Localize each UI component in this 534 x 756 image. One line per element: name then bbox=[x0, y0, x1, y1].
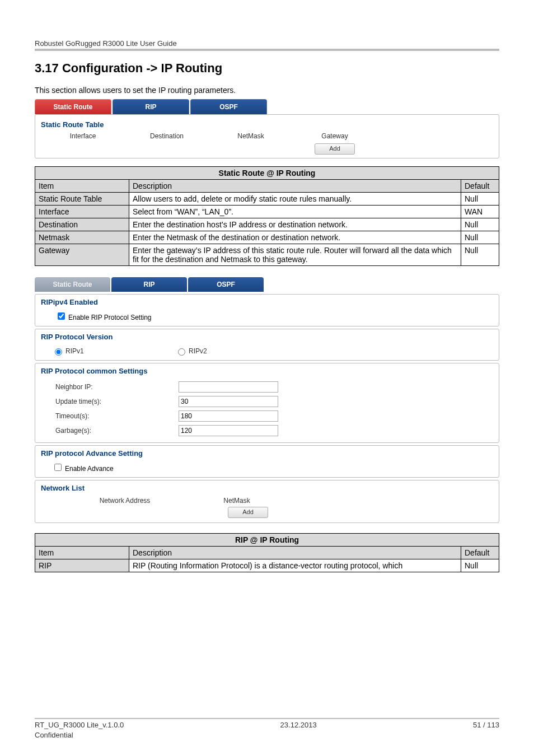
page-header: Robustel GoRugged R3000 Lite User Guide bbox=[35, 39, 499, 51]
tab-rip[interactable]: RIP bbox=[113, 99, 189, 114]
rip-advance-title: RIP protocol Advance Setting bbox=[35, 446, 499, 461]
th-item: Item bbox=[35, 547, 129, 559]
footer-right: 51 / 113 bbox=[473, 721, 499, 729]
tab-static-route[interactable]: Static Route bbox=[35, 99, 111, 114]
td-def: WAN bbox=[461, 206, 499, 218]
col-netmask: NetMask bbox=[181, 497, 293, 505]
table-caption: RIP @ IP Routing bbox=[35, 534, 499, 547]
enable-rip-text: Enable RIP Protocol Setting bbox=[68, 314, 152, 321]
enable-advance-label[interactable]: Enable Advance bbox=[52, 465, 114, 473]
static-route-desc-table: Static Route @ IP Routing Item Descripti… bbox=[35, 166, 499, 266]
rip-desc-table: RIP @ IP Routing Item Description Defaul… bbox=[35, 533, 499, 572]
col-netmask: NetMask bbox=[209, 132, 293, 140]
td-desc: Select from “WAN”, “LAN_0”. bbox=[129, 206, 461, 218]
td-def: Null bbox=[461, 244, 499, 266]
th-item: Item bbox=[35, 180, 129, 193]
td-item: Destination bbox=[35, 218, 129, 231]
ripv2-radio-label[interactable]: RIPv2 bbox=[175, 347, 298, 356]
enable-rip-checkbox-label[interactable]: Enable RIP Protocol Setting bbox=[55, 314, 152, 321]
garbage-label: Garbage(s): bbox=[55, 427, 179, 435]
td-desc: Allow users to add, delete or modify sta… bbox=[129, 193, 461, 206]
intro-text: This section allows users to set the IP … bbox=[35, 86, 499, 95]
update-time-label: Update time(s): bbox=[55, 398, 179, 405]
th-description: Description bbox=[129, 180, 461, 193]
td-item: Interface bbox=[35, 206, 129, 218]
tab-ospf[interactable]: OSPF bbox=[188, 277, 264, 292]
add-button[interactable]: Add bbox=[315, 143, 355, 155]
footer-center: 23.12.2013 bbox=[280, 721, 317, 729]
page-footer: RT_UG_R3000 Lite_v.1.0.0 23.12.2013 51 /… bbox=[35, 718, 499, 729]
ripv4-enabled-title: RIPipv4 Enabled bbox=[35, 295, 499, 310]
td-def: Null bbox=[461, 559, 499, 572]
table-caption: Static Route @ IP Routing bbox=[35, 167, 499, 180]
netlist-add-button[interactable]: Add bbox=[228, 507, 268, 518]
td-item: Netmask bbox=[35, 231, 129, 244]
th-default: Default bbox=[461, 547, 499, 559]
td-desc: RIP (Routing Information Protocol) is a … bbox=[129, 559, 461, 572]
tab-static-route[interactable]: Static Route bbox=[35, 277, 110, 292]
td-desc: Enter the gateway’s IP address of this s… bbox=[129, 244, 461, 266]
rip-version-title: RIP Protocol Version bbox=[35, 329, 499, 344]
timeout-input[interactable] bbox=[179, 410, 278, 422]
static-route-table-title: Static Route Table bbox=[41, 118, 493, 131]
enable-advance-checkbox[interactable] bbox=[54, 464, 62, 471]
td-def: Null bbox=[461, 231, 499, 244]
col-interface: Interface bbox=[41, 132, 125, 140]
network-list-title: Network List bbox=[35, 480, 499, 496]
td-def: Null bbox=[461, 193, 499, 206]
col-gateway: Gateway bbox=[293, 132, 377, 140]
rip-screenshot: Static Route RIP OSPF RIPipv4 Enabled En… bbox=[35, 277, 499, 523]
td-def: Null bbox=[461, 218, 499, 231]
tab-rip[interactable]: RIP bbox=[111, 277, 187, 292]
td-desc: Enter the Netmask of the destination or … bbox=[129, 231, 461, 244]
th-description: Description bbox=[129, 547, 461, 559]
ripv2-text: RIPv2 bbox=[189, 347, 207, 355]
footer-left: RT_UG_R3000 Lite_v.1.0.0 bbox=[35, 721, 124, 729]
rip-common-title: RIP Protocol common Settings bbox=[35, 363, 499, 379]
td-item: RIP bbox=[35, 559, 129, 572]
timeout-label: Timeout(s): bbox=[55, 412, 179, 420]
td-item: Gateway bbox=[35, 244, 129, 266]
enable-rip-checkbox[interactable] bbox=[58, 312, 65, 320]
enable-advance-text: Enable Advance bbox=[65, 465, 114, 473]
garbage-input[interactable] bbox=[179, 425, 278, 436]
th-default: Default bbox=[461, 180, 499, 193]
ripv1-radio-label[interactable]: RIPv1 bbox=[52, 347, 175, 356]
update-time-input[interactable] bbox=[179, 396, 278, 407]
ripv2-radio[interactable] bbox=[178, 348, 185, 356]
td-item: Static Route Table bbox=[35, 193, 129, 206]
footer-confidential: Confidential bbox=[35, 731, 73, 739]
neighbor-ip-label: Neighbor IP: bbox=[55, 383, 179, 391]
static-route-screenshot: Static Route RIP OSPF Static Route Table… bbox=[35, 99, 499, 158]
section-heading: 3.17 Configuration -> IP Routing bbox=[35, 61, 499, 76]
tab-ospf[interactable]: OSPF bbox=[190, 99, 267, 114]
ripv1-text: RIPv1 bbox=[65, 347, 84, 355]
col-destination: Destination bbox=[125, 132, 209, 140]
col-network-address: Network Address bbox=[69, 497, 181, 505]
ripv1-radio[interactable] bbox=[55, 348, 62, 356]
td-desc: Enter the destination host’s IP address … bbox=[129, 218, 461, 231]
neighbor-ip-input[interactable] bbox=[179, 381, 278, 393]
